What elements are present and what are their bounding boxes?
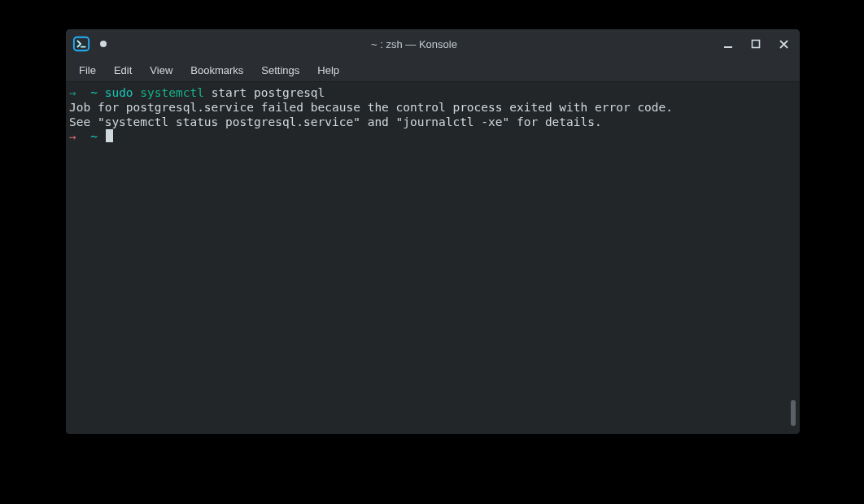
cmd-systemctl: systemctl — [140, 86, 204, 99]
menubar: File Edit View Bookmarks Settings Help — [66, 59, 800, 82]
terminal-cursor — [106, 129, 113, 142]
konsole-window: ~ : zsh — Konsole File Edit View Bookmar… — [65, 28, 801, 435]
window-title: ~ : zsh — Konsole — [371, 38, 457, 50]
prompt-cwd: ~ — [90, 130, 98, 143]
menu-edit[interactable]: Edit — [106, 63, 140, 78]
maximize-button[interactable] — [749, 37, 762, 50]
menu-settings[interactable]: Settings — [253, 63, 308, 78]
prompt-cwd: ~ — [90, 86, 98, 99]
menu-help[interactable]: Help — [309, 63, 347, 78]
cmd-args: start postgresql — [212, 86, 325, 99]
terminal-viewport[interactable]: → ~ sudo systemctl start postgresql Job … — [66, 82, 800, 434]
tab-modified-indicator-icon — [100, 41, 107, 47]
menu-bookmarks[interactable]: Bookmarks — [182, 63, 251, 78]
scrollbar-thumb[interactable] — [791, 400, 796, 426]
window-controls — [722, 37, 793, 50]
svg-rect-3 — [753, 41, 760, 48]
menu-view[interactable]: View — [142, 63, 181, 78]
konsole-app-icon — [72, 35, 90, 53]
close-button[interactable] — [777, 37, 790, 50]
output-line-2: See "systemctl status postgresql.service… — [69, 115, 602, 128]
cmd-sudo: sudo — [105, 86, 133, 99]
minimize-button[interactable] — [722, 37, 735, 50]
titlebar[interactable]: ~ : zsh — Konsole — [66, 29, 800, 59]
terminal-content: → ~ sudo systemctl start postgresql Job … — [69, 85, 788, 431]
prompt-arrow-error-icon: → — [69, 130, 76, 143]
menu-file[interactable]: File — [71, 63, 104, 78]
output-line-1: Job for postgresql.service failed becaus… — [69, 101, 673, 114]
prompt-arrow-icon: → — [69, 86, 76, 99]
terminal-scrollbar[interactable] — [790, 82, 796, 434]
